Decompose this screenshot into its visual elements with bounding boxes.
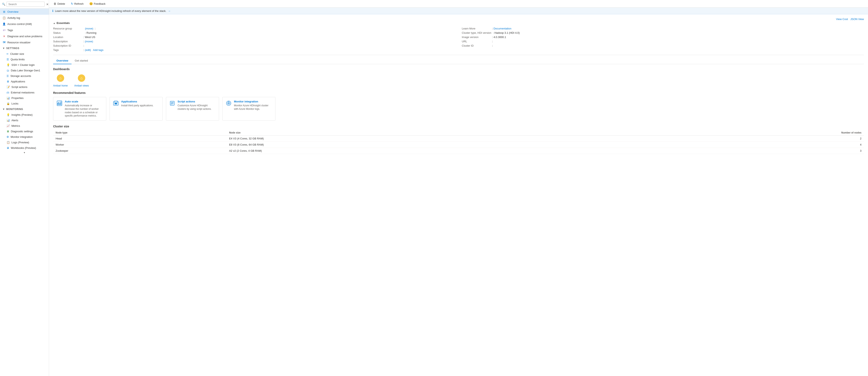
sidebar-item-external-metastores[interactable]: 🗃 External metastores [0,90,49,95]
node-size-worker: E8 V3 (8 Cores, 64 GB RAM) [227,142,617,148]
ambari-views-icon: ⌂ [76,73,87,83]
banner-link[interactable]: → [168,9,170,12]
node-type-worker: Worker [53,142,227,148]
sidebar-item-activity-log[interactable]: 📋 Activity log [0,15,49,21]
rec-card-applications[interactable]: Applications Install third party applica… [110,97,163,121]
prop-cluster-type: Cluster type, HDI version : Hadoop 3.1 (… [462,31,864,34]
svg-point-18 [228,103,229,104]
sidebar-item-cluster-size[interactable]: ✏ Cluster size [0,51,49,57]
svg-text:⌂: ⌂ [59,76,62,80]
monitoring-section-header[interactable]: ▼ Monitoring [0,106,49,112]
refresh-icon: ↻ [71,2,73,5]
essentials-section-header: ▲ Essentials [53,22,864,25]
node-type-head: Head [53,136,227,142]
tags-edit-link[interactable]: (edit) [85,49,91,52]
sidebar-sub-label: Script actions [11,85,27,89]
tab-overview[interactable]: Overview [53,57,71,64]
resource-visualizer-icon: 🗺 [2,41,6,44]
sidebar-item-ssh-cluster-login[interactable]: 💡 SSH + Cluster login [0,62,49,68]
prop-image-version: Image version : 4.0.3000.1 [462,35,864,39]
rec-card-desc: Automatically increase or decrease the n… [65,104,103,118]
search-input[interactable] [6,2,44,7]
sidebar-item-diagnostic-settings[interactable]: 🖥 Diagnostic settings [0,128,49,134]
sidebar-item-label: Access control (IAM) [7,23,32,26]
sidebar-item-alerts[interactable]: 📊 Alerts [0,118,49,123]
prop-cluster-id: Cluster ID : [462,44,864,47]
properties-icon: 📊 [6,96,10,99]
cluster-row-worker: Worker E8 V3 (8 Cores, 64 GB RAM) 4 [53,142,864,148]
sidebar-item-logs-preview[interactable]: 📋 Logs (Preview) [0,140,49,145]
ambari-home-icon: ⌂ [56,73,65,83]
tab-get-started[interactable]: Get started [71,57,91,64]
sidebar-item-data-lake-storage[interactable]: 🗂 Data Lake Storage Gen1 [0,68,49,73]
prop-value: : Documentation [492,27,512,30]
rec-card-title: Monitor integration [234,100,272,103]
svg-rect-11 [115,103,117,104]
prop-label: Location [53,35,82,39]
sidebar-item-properties[interactable]: 📊 Properties [0,95,49,101]
documentation-link[interactable]: Documentation [493,27,511,30]
sidebar-sub-label: External metastores [11,91,34,94]
insights-icon: 💡 [6,113,10,116]
rec-card-monitor-content: Monitor integration Monitor Azure HDInsi… [234,100,272,111]
sidebar-item-diagnose[interactable]: ✕ Diagnose and solve problems [0,33,49,39]
sidebar-item-quota-limits[interactable]: ☰ Quota limits [0,57,49,62]
delete-button[interactable]: 🗑 Delete [52,1,66,6]
content-tabs: Overview Get started [53,57,864,64]
dashboard-ambari-home[interactable]: ⌂ Ambari home [53,73,68,87]
rec-card-script-actions[interactable]: Script actions Customize Azure HDInsight… [166,97,219,121]
sidebar-item-applications[interactable]: 🖥 Applications [0,79,49,84]
rec-card-title: Applications [121,100,153,103]
close-search-button[interactable]: ✕ [46,2,49,6]
rec-script-actions-icon [169,100,175,107]
sidebar-sub-label: Alerts [11,119,18,122]
view-cost-link[interactable]: View Cost [836,18,848,21]
toolbar: 🗑 Delete ↻ Refresh 😊 Feedback [49,0,868,7]
subscription-move-link[interactable]: (move) [85,40,93,43]
rec-card-auto-scale-content: Auto scale Automatically increase or dec… [65,100,103,118]
sidebar-item-overview[interactable]: ⊞ Overview [0,8,49,15]
tags-icon: 🏷 [2,28,6,32]
rec-card-auto-scale[interactable]: Auto scale Automatically increase or dec… [53,97,106,121]
prop-resource-group: Resource group (move) : [53,27,455,30]
sidebar-item-monitor-integration[interactable]: ⚙ Monitor integration [0,134,49,140]
rec-applications-icon [113,100,119,107]
ssh-icon: 💡 [6,63,10,66]
refresh-button[interactable]: ↻ Refresh [70,1,85,6]
rec-card-desc: Monitor Azure HDInsight cluster with Azu… [234,104,272,111]
settings-section-header[interactable]: ▼ Settings [0,46,49,51]
rec-card-title: Auto scale [65,100,103,103]
node-size-zookeeper: A2 v2 (2 Cores, 4 GB RAM) [227,148,617,154]
sidebar-item-script-actions[interactable]: 📝 Script actions [0,84,49,90]
dashboard-ambari-views[interactable]: ⌂ Ambari views [74,73,89,87]
essentials-toggle[interactable]: ▲ [53,22,55,24]
sidebar-item-workbooks-preview[interactable]: 🖥 Workbooks (Preview) [0,145,49,151]
sidebar-item-access-control[interactable]: 👤 Access control (IAM) [0,21,49,27]
refresh-label: Refresh [74,2,84,5]
access-control-icon: 👤 [2,22,6,26]
essentials-header-links: View Cost JSON View [53,18,864,21]
sidebar-item-storage-accounts[interactable]: ☰ Storage accounts [0,73,49,79]
applications-icon: 🖥 [6,80,9,83]
cluster-size-table: Node type Node size Number of nodes Head… [53,130,864,154]
sidebar-sub-label: Data Lake Storage Gen1 [11,69,40,72]
resource-group-move-link[interactable]: (move) [85,27,93,30]
rec-card-monitor-integration[interactable]: Monitor integration Monitor Azure HDInsi… [222,97,275,121]
recommended-section: Recommended features Auto scale [53,91,864,121]
sidebar-item-locks[interactable]: 🔒 Locks [0,101,49,106]
prop-value: (move) : [85,27,95,30]
sidebar-item-tags[interactable]: 🏷 Tags [0,27,49,33]
json-view-link[interactable]: JSON View [850,18,864,21]
sidebar-item-resource-visualizer[interactable]: 🗺 Resource visualizer [0,39,49,46]
feedback-button[interactable]: 😊 Feedback [88,1,107,6]
cluster-row-head: Head E4 V3 (4 Cores, 32 GB RAM) 2 [53,136,864,142]
prop-value: : (move) [83,40,93,43]
sidebar: 🔍 ✕ « ⊞ Overview 📋 Activity log 👤 Access… [0,0,49,376]
sidebar-item-insights[interactable]: 💡 Insights (Preview) [0,112,49,118]
delete-icon: 🗑 [54,2,56,5]
add-tags-link[interactable]: Add tags [93,49,103,52]
prop-label: Subscription ID [53,44,82,47]
sidebar-item-metrics[interactable]: 📈 Metrics [0,123,49,128]
logs-icon: 📋 [6,141,10,144]
rec-card-applications-content: Applications Install third party applica… [121,100,153,107]
